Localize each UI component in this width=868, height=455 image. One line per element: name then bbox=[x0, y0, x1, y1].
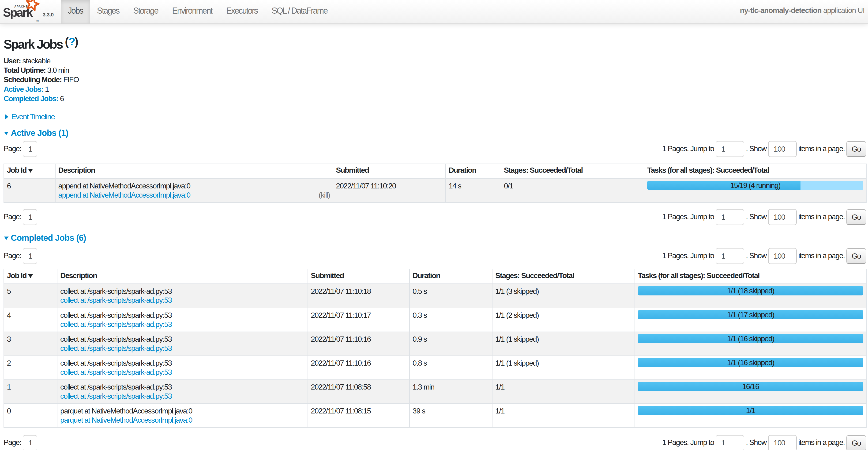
svg-text:TM: TM bbox=[36, 20, 39, 22]
